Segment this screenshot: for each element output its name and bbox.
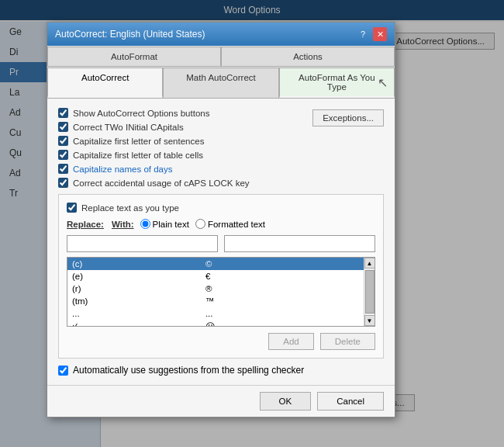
plain-text-option: Plain text [140, 219, 189, 229]
checkbox-capitalize-table: Capitalize first letter of table cells [58, 150, 384, 160]
dialog-footer: OK Cancel [47, 385, 395, 417]
capitalize-table-label: Capitalize first letter of table cells [73, 151, 203, 160]
with-cell: ... [201, 307, 364, 320]
formatted-text-option: Formatted text [195, 219, 265, 229]
dialog-title: AutoCorrect: English (United States) [55, 29, 205, 40]
dialog-content: Exceptions... Show AutoCorrect Options b… [47, 99, 395, 385]
table-scrollbar[interactable]: ▲ ▼ [364, 258, 375, 326]
caps-lock-label: Correct accidental usage of cAPS LOCK ke… [73, 178, 250, 188]
capitalize-sentences-label: Capitalize first letter of sentences [73, 137, 204, 146]
tab-autocorrect[interactable]: AutoCorrect [47, 68, 163, 98]
cursor-pointer-icon: ↖ [378, 75, 388, 90]
dialog-titlebar: AutoCorrect: English (United States) ? ✕ [47, 23, 395, 46]
table-row[interactable]: (tm) ™ [67, 295, 364, 307]
scroll-down-button[interactable]: ▼ [364, 315, 375, 326]
show-autocorrect-label: Show AutoCorrect Options buttons [73, 109, 209, 118]
replace-cell: (r) [67, 282, 201, 295]
table-row[interactable]: (r) ® [67, 282, 364, 295]
cancel-button[interactable]: Cancel [317, 392, 384, 411]
checkbox-capitalize-days: Capitalize names of days [58, 164, 384, 174]
table-row[interactable]: (e) € [67, 270, 364, 282]
replace-cell: ... [67, 307, 201, 320]
help-button[interactable]: ? [356, 27, 370, 41]
with-label: With: [112, 220, 134, 229]
tab-math-autocorrect[interactable]: Math AutoCorrect [163, 68, 278, 98]
titlebar-buttons: ? ✕ [356, 27, 387, 41]
formatted-text-label: Formatted text [208, 220, 265, 229]
checkbox-show-autocorrect: Show AutoCorrect Options buttons [58, 108, 312, 118]
checkbox-caps-lock: Correct accidental usage of cAPS LOCK ke… [58, 178, 384, 188]
tab-autoformat-as-you-type[interactable]: AutoFormat As You Type ↖ [279, 68, 395, 98]
checkbox-two-initial: Correct TWo INitial CApitals [58, 122, 312, 132]
replace-text-checkbox[interactable] [67, 203, 77, 213]
exceptions-button[interactable]: Exceptions... [312, 109, 384, 126]
replace-text-checkbox-row: Replace text as you type [67, 203, 375, 213]
replace-section: Replace text as you type Replace: With: … [58, 194, 384, 359]
table-row[interactable]: :( ☹ [67, 320, 364, 327]
scroll-thumb[interactable] [365, 270, 375, 314]
two-initial-checkbox[interactable] [58, 122, 68, 132]
plain-text-label: Plain text [153, 220, 189, 229]
with-cell: € [201, 270, 364, 282]
formatted-text-radio[interactable] [195, 219, 205, 229]
ok-button[interactable]: OK [260, 392, 312, 411]
replace-cell: (c) [67, 258, 201, 270]
autocorrect-dialog: AutoCorrect: English (United States) ? ✕… [47, 22, 395, 418]
with-cell: © [201, 258, 364, 270]
two-initial-label: Correct TWo INitial CApitals [73, 123, 184, 132]
table-row[interactable]: (c) © [67, 258, 364, 270]
replace-input[interactable] [67, 235, 218, 252]
caps-lock-checkbox[interactable] [58, 178, 68, 188]
table-row[interactable]: ... ... [67, 307, 364, 320]
capitalize-days-link: Capitalize names of days [73, 165, 172, 174]
replace-label: Replace: [67, 220, 104, 229]
add-button[interactable]: Add [268, 333, 313, 350]
with-radio-group: With: Plain text Formatted text [112, 219, 375, 229]
show-autocorrect-checkbox[interactable] [58, 108, 68, 118]
autocorrect-table-container: (c) © (e) € (r) ® (tm) ™ [67, 257, 375, 327]
close-button[interactable]: ✕ [373, 27, 387, 41]
plain-text-radio[interactable] [140, 219, 150, 229]
delete-button[interactable]: Delete [320, 333, 375, 350]
with-cell: ™ [201, 295, 364, 307]
autocorrect-table: (c) © (e) € (r) ® (tm) ™ [67, 258, 364, 327]
tabs-row-2: AutoCorrect Math AutoCorrect AutoFormat … [47, 67, 395, 99]
replace-with-header: Replace: With: Plain text Formatted text [67, 219, 375, 229]
with-cell: ® [201, 282, 364, 295]
replace-cell: (tm) [67, 295, 201, 307]
replace-inputs [67, 235, 375, 252]
suggestion-row: Automatically use suggestions from the s… [58, 365, 384, 376]
scroll-up-button[interactable]: ▲ [364, 258, 375, 269]
capitalize-days-checkbox[interactable] [58, 164, 68, 174]
tabs-row-1: AutoFormat Actions [47, 46, 395, 67]
capitalize-table-checkbox[interactable] [58, 150, 68, 160]
checkbox-capitalize-sentences: Capitalize first letter of sentences [58, 136, 384, 146]
add-delete-row: Add Delete [67, 333, 375, 350]
suggestion-checkbox[interactable] [58, 366, 68, 376]
replace-text-label: Replace text as you type [81, 203, 179, 213]
tab-actions[interactable]: Actions [221, 47, 395, 66]
with-cell: ☹ [201, 320, 364, 327]
tab-autoformat[interactable]: AutoFormat [47, 47, 221, 66]
capitalize-sentences-checkbox[interactable] [58, 136, 68, 146]
suggestion-label: Automatically use suggestions from the s… [73, 365, 304, 376]
capitalize-days-label: Capitalize names of days [73, 165, 172, 174]
replace-cell: :( [67, 320, 201, 327]
with-input[interactable] [224, 235, 375, 252]
replace-cell: (e) [67, 270, 201, 282]
